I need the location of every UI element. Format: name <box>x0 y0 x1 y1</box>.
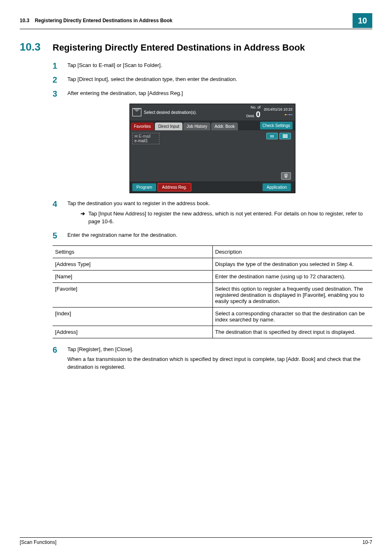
table-cell-desc: Select this option to register a frequen… <box>212 282 372 307</box>
step-6-note: When a fax transmission to the destinati… <box>67 356 372 371</box>
program-button[interactable]: Program <box>132 183 156 191</box>
screenshot-prompt: Select desired destination(s). <box>144 110 246 115</box>
table-row: [Address]The destination that is specifi… <box>53 326 372 338</box>
step-number: 2 <box>53 76 62 84</box>
step-text: Enter the registration name for the dest… <box>67 231 372 239</box>
step-6: 6 Tap [Register], then [Close]. When a f… <box>53 346 372 372</box>
application-button[interactable]: Application <box>263 183 291 191</box>
footer-left: [Scan Functions] <box>20 539 56 545</box>
table-cell-desc: Displays the type of the destination you… <box>212 258 372 270</box>
tab-job-history[interactable]: Job History <box>183 123 210 130</box>
arrow-icon: ➔ <box>81 210 85 218</box>
view-grid-button[interactable] <box>266 133 278 139</box>
table-cell-desc: Enter the destination name (using up to … <box>212 270 372 282</box>
dest-count-value: 0 <box>256 110 261 119</box>
step-number: 4 <box>53 200 62 208</box>
table-row: [Index]Select a corresponding character … <box>53 307 372 326</box>
footer-right: 10-7 <box>362 539 372 545</box>
section-number: 10.3 <box>20 41 53 53</box>
step-text: Tap the destination you want to register… <box>67 200 210 206</box>
table-row: [Address Type]Displays the type of the d… <box>53 258 372 270</box>
step-text: Tap [Register], then [Close]. <box>67 346 133 352</box>
view-list-button[interactable] <box>279 133 291 139</box>
step-number: 1 <box>53 62 62 70</box>
step-text: Tap [Scan to E-mail] or [Scan to Folder]… <box>67 62 372 69</box>
step-5: 5 Enter the registration name for the de… <box>53 231 372 240</box>
table-cell-setting: [Address] <box>53 326 212 338</box>
step-number: 6 <box>53 346 62 354</box>
chapter-badge: 10 <box>353 13 372 28</box>
table-cell-desc: The destination that is specified by dir… <box>212 326 372 338</box>
running-head-text: 10.3 Registering Directly Entered Destin… <box>20 18 349 23</box>
device-screenshot: Select desired destination(s). No. of De… <box>129 104 295 193</box>
running-head: 10.3 Registering Directly Entered Destin… <box>20 13 372 28</box>
section-title: Registering Directly Entered Destination… <box>53 42 305 53</box>
step-number: 3 <box>53 90 62 98</box>
toner-level-icon <box>264 113 293 117</box>
running-head-rule <box>20 29 372 29</box>
destination-chip[interactable]: ✉ E-mail e-mail1 <box>132 133 159 144</box>
page-down-button[interactable] <box>281 172 291 180</box>
table-row: [Name]Enter the destination name (using … <box>53 270 372 282</box>
step-text: After entering the destination, tap [Add… <box>67 90 372 97</box>
table-header-settings: Settings <box>53 245 212 258</box>
tab-addr-book[interactable]: Addr. Book <box>211 123 238 130</box>
settings-table: Settings Description [Address Type]Displ… <box>53 245 372 338</box>
mail-icon <box>132 108 141 116</box>
step-2: 2 Tap [Direct Input], select the destina… <box>53 76 372 84</box>
destination-chip-type: ✉ E-mail <box>134 134 150 139</box>
step-3: 3 After entering the destination, tap [A… <box>53 90 372 98</box>
page-footer: [Scan Functions] 10-7 <box>20 537 372 545</box>
table-cell-desc: Select a corresponding character so that… <box>212 307 372 326</box>
step-text: Tap [Direct Input], select the destinati… <box>67 76 372 83</box>
destination-chip-name: e-mail1 <box>134 139 148 143</box>
tab-direct-input[interactable]: Direct Input <box>155 123 182 130</box>
section-heading: 10.3 Registering Directly Entered Destin… <box>20 41 372 53</box>
address-reg-button[interactable]: Address Reg. <box>158 183 191 191</box>
step-1: 1 Tap [Scan to E-mail] or [Scan to Folde… <box>53 62 372 70</box>
table-cell-setting: [Address Type] <box>53 258 212 270</box>
table-cell-setting: [Favorite] <box>53 282 212 307</box>
substep-text: Tap [Input New Address] to register the … <box>88 210 372 226</box>
table-header-description: Description <box>212 245 372 258</box>
step-4-substep: ➔ Tap [Input New Address] to register th… <box>81 210 372 226</box>
running-head-section: 10.3 <box>20 18 29 23</box>
step-number: 5 <box>53 231 62 240</box>
running-head-title: Registering Directly Entered Destination… <box>35 18 173 23</box>
check-settings-button[interactable]: Check Settings <box>260 122 293 130</box>
table-cell-setting: [Index] <box>53 307 212 326</box>
step-4: 4 Tap the destination you want to regist… <box>53 200 372 226</box>
table-row: [Favorite]Select this option to register… <box>53 282 372 307</box>
screenshot-datetime: 2014/01/16 10:22 <box>264 107 293 111</box>
tab-favorites[interactable]: Favorites <box>131 123 154 130</box>
table-cell-setting: [Name] <box>53 270 212 282</box>
